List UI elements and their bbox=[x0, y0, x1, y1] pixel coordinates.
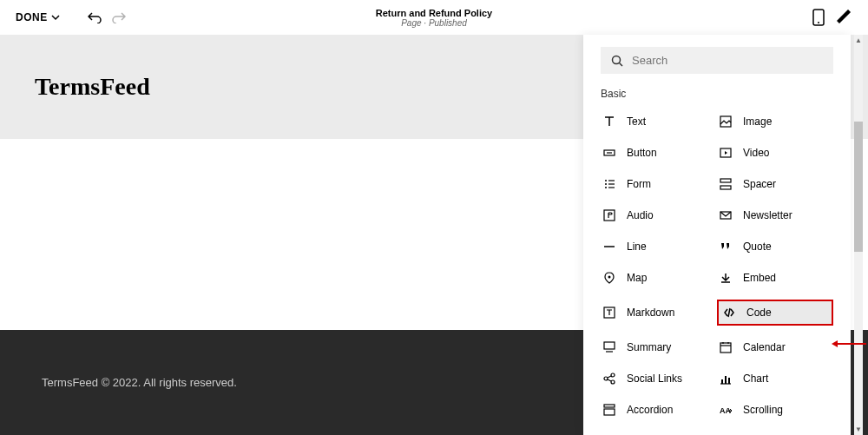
block-label: Summary bbox=[627, 341, 671, 353]
svg-point-2 bbox=[613, 56, 621, 63]
block-label: Video bbox=[743, 147, 769, 159]
svg-point-29 bbox=[611, 380, 615, 384]
block-line[interactable]: Line bbox=[601, 237, 717, 256]
block-form[interactable]: Form bbox=[601, 175, 717, 194]
chart-icon bbox=[719, 372, 733, 385]
quote-icon bbox=[719, 241, 733, 253]
summary-icon bbox=[602, 341, 616, 353]
block-label: Calendar bbox=[743, 341, 786, 353]
block-calendar[interactable]: Calendar bbox=[717, 338, 833, 357]
block-code[interactable]: Code bbox=[717, 300, 833, 326]
block-scrolling[interactable]: AA Scrolling bbox=[717, 400, 833, 419]
block-label: Social Links bbox=[627, 372, 682, 385]
search-field-wrap[interactable] bbox=[601, 47, 833, 74]
block-label: Code bbox=[746, 306, 772, 319]
block-accordion[interactable]: Accordion bbox=[601, 400, 717, 419]
site-logo[interactable]: TermsFeed bbox=[35, 73, 150, 101]
svg-rect-34 bbox=[725, 376, 727, 384]
block-video[interactable]: Video bbox=[717, 143, 833, 162]
scrollbar-thumb[interactable] bbox=[854, 122, 863, 252]
footer-text: TermsFeed © 2022. All rights reserved. bbox=[42, 376, 237, 389]
panel-scrollbar[interactable]: ▲ ▼ bbox=[854, 35, 863, 435]
block-button[interactable]: Button bbox=[601, 143, 717, 162]
svg-rect-14 bbox=[720, 179, 731, 182]
svg-rect-21 bbox=[604, 342, 615, 349]
done-label: DONE bbox=[16, 11, 48, 23]
block-image[interactable]: Image bbox=[717, 112, 833, 131]
block-map[interactable]: Map bbox=[601, 268, 717, 287]
audio-icon bbox=[602, 209, 616, 221]
svg-line-31 bbox=[608, 379, 611, 381]
block-audio[interactable]: Audio bbox=[601, 206, 717, 225]
undo-icon[interactable] bbox=[88, 11, 102, 23]
block-newsletter[interactable]: Newsletter bbox=[717, 206, 833, 225]
block-label: Spacer bbox=[743, 178, 776, 190]
search-icon bbox=[611, 55, 623, 67]
svg-rect-36 bbox=[604, 405, 615, 407]
spacer-icon bbox=[719, 178, 733, 190]
block-label: Chart bbox=[743, 372, 768, 385]
block-label: Embed bbox=[743, 272, 776, 284]
block-label: Newsletter bbox=[743, 209, 792, 221]
image-icon bbox=[719, 115, 733, 128]
block-embed[interactable]: Embed bbox=[717, 268, 833, 287]
block-markdown[interactable]: Markdown bbox=[601, 300, 717, 326]
block-label: Image bbox=[743, 115, 772, 128]
scroll-up-arrow-icon[interactable]: ▲ bbox=[854, 36, 863, 44]
svg-point-27 bbox=[604, 377, 608, 380]
mobile-preview-icon[interactable] bbox=[812, 9, 825, 26]
block-quote[interactable]: Quote bbox=[717, 237, 833, 256]
svg-rect-35 bbox=[728, 378, 730, 384]
svg-rect-15 bbox=[720, 186, 731, 189]
svg-rect-16 bbox=[604, 210, 615, 221]
page-title: Return and Refund Policy bbox=[376, 8, 492, 18]
block-label: Text bbox=[627, 115, 646, 128]
block-picker-panel: Basic Text Image Button Video Form Space… bbox=[583, 35, 851, 435]
embed-icon bbox=[719, 272, 733, 284]
form-icon bbox=[602, 178, 616, 190]
scroll-down-arrow-icon[interactable]: ▼ bbox=[854, 425, 863, 433]
annotation-arrow bbox=[832, 340, 866, 347]
search-input[interactable] bbox=[632, 54, 823, 67]
video-icon bbox=[719, 147, 733, 159]
svg-point-28 bbox=[611, 373, 615, 377]
page-info: Return and Refund Policy Page · Publishe… bbox=[376, 8, 492, 28]
map-icon bbox=[602, 272, 616, 284]
brush-icon[interactable] bbox=[837, 10, 852, 25]
block-chart[interactable]: Chart bbox=[717, 369, 833, 388]
top-left-controls: DONE bbox=[16, 11, 126, 23]
block-label: Map bbox=[627, 272, 647, 284]
svg-point-10 bbox=[605, 183, 607, 185]
done-button[interactable]: DONE bbox=[16, 11, 60, 23]
redo-icon[interactable] bbox=[112, 11, 126, 23]
code-icon bbox=[722, 306, 736, 319]
svg-rect-33 bbox=[721, 379, 723, 384]
block-label: Line bbox=[627, 241, 647, 253]
button-icon bbox=[602, 147, 616, 159]
newsletter-icon bbox=[719, 209, 733, 221]
block-label: Quote bbox=[743, 241, 772, 253]
block-label: Button bbox=[627, 147, 657, 159]
editor-top-bar: DONE Return and Refund Policy Page · Pub… bbox=[0, 0, 868, 35]
svg-point-19 bbox=[608, 276, 611, 279]
social-icon bbox=[602, 372, 616, 385]
block-summary[interactable]: Summary bbox=[601, 338, 717, 357]
blocks-grid: Text Image Button Video Form Spacer Audi… bbox=[601, 112, 833, 419]
svg-line-30 bbox=[608, 376, 611, 378]
undo-redo-group bbox=[88, 11, 126, 23]
chevron-down-icon bbox=[51, 13, 60, 22]
accordion-icon bbox=[602, 404, 616, 416]
block-text[interactable]: Text bbox=[601, 112, 717, 131]
section-label-basic: Basic bbox=[601, 88, 833, 100]
block-label: Form bbox=[627, 178, 651, 190]
svg-point-8 bbox=[605, 180, 607, 181]
svg-rect-23 bbox=[720, 343, 731, 353]
svg-point-1 bbox=[818, 22, 819, 23]
block-social-links[interactable]: Social Links bbox=[601, 369, 717, 388]
block-label: Accordion bbox=[627, 404, 673, 416]
svg-rect-37 bbox=[604, 409, 615, 415]
block-spacer[interactable]: Spacer bbox=[717, 175, 833, 194]
block-label: Scrolling bbox=[743, 404, 783, 416]
page-status: Page · Published bbox=[376, 18, 492, 28]
scrolling-icon: AA bbox=[719, 404, 733, 416]
